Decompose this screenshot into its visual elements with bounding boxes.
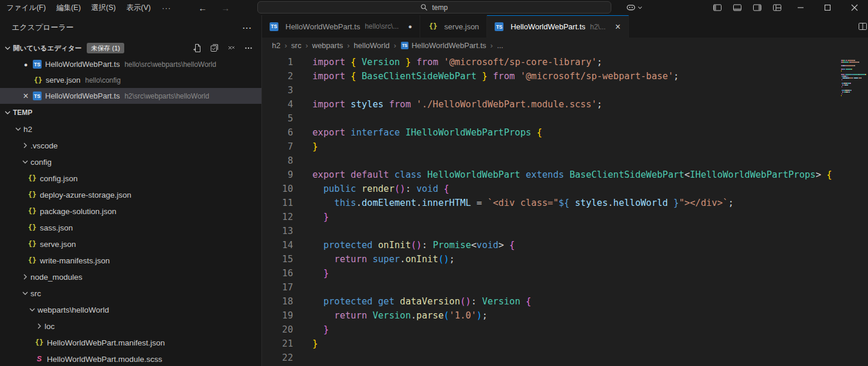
line-number[interactable]: 21	[262, 337, 293, 351]
line-number[interactable]: 2	[262, 69, 293, 83]
code-line[interactable]: 20 }	[262, 323, 839, 337]
line-number[interactable]: 8	[262, 154, 293, 168]
tree-folder-item[interactable]: .vscode	[0, 137, 261, 154]
line-number[interactable]: 20	[262, 323, 293, 337]
breadcrumb-item[interactable]: ...	[497, 41, 503, 50]
code-line[interactable]: 15 return super.onInit();	[262, 252, 839, 266]
breadcrumb-item[interactable]: TSHelloWorldWebPart.ts	[400, 41, 486, 50]
menu-view[interactable]: 表示(V)	[121, 3, 156, 13]
tree-folder-item[interactable]: loc	[0, 318, 261, 334]
menu-edit[interactable]: 編集(E)	[51, 3, 86, 13]
line-number[interactable]: 15	[262, 252, 293, 266]
line-number[interactable]: 7	[262, 140, 293, 154]
command-center-search[interactable]: temp	[257, 1, 611, 13]
code-line[interactable]: 19 return Version.parse('1.0');	[262, 309, 839, 323]
code-line[interactable]: 21}	[262, 337, 839, 351]
line-number[interactable]: 1	[262, 55, 293, 69]
line-number[interactable]: 11	[262, 196, 293, 210]
tree-folder-item[interactable]: node_modules	[0, 269, 261, 285]
line-number[interactable]: 22	[262, 351, 293, 365]
toggle-panel-icon[interactable]	[727, 0, 747, 15]
line-number[interactable]: 14	[262, 238, 293, 252]
tree-folder-item[interactable]: webparts\helloWorld	[0, 301, 261, 318]
minimap[interactable]	[839, 53, 868, 366]
code-text: protected onInit(): Promise<void> {	[312, 238, 515, 252]
tree-folder-item[interactable]: config	[0, 154, 261, 170]
open-editor-item[interactable]: ×TSHelloWorldWebPart.tsh2\src\webparts\h…	[0, 88, 261, 104]
line-number[interactable]: 5	[262, 111, 293, 126]
open-editors-header[interactable]: 開いているエディター 未保存 (1)	[0, 40, 261, 56]
code-line[interactable]: 17	[262, 280, 839, 294]
open-editor-item[interactable]: {}serve.jsonhello\config	[0, 72, 261, 88]
close-icon[interactable]: ×	[19, 92, 33, 101]
copilot-button[interactable]	[626, 2, 644, 12]
line-number[interactable]: 9	[262, 168, 293, 182]
code-line[interactable]: 3	[262, 83, 839, 97]
code-line[interactable]: 13	[262, 224, 839, 238]
save-all-icon[interactable]	[207, 42, 222, 55]
breadcrumb-item[interactable]: helloWorld	[354, 41, 390, 50]
tree-folder-item[interactable]: h2	[0, 121, 261, 137]
tree-file-item[interactable]: SHelloWorldWebPart.module.scss	[0, 351, 261, 366]
line-number[interactable]: 18	[262, 294, 293, 309]
code-line[interactable]: 1import { Version } from '@microsoft/sp-…	[262, 55, 839, 69]
code-line[interactable]: 9export default class HelloWorldWebPart …	[262, 168, 839, 182]
line-number[interactable]: 13	[262, 224, 293, 238]
tree-folder-item[interactable]: src	[0, 285, 261, 301]
menu-file[interactable]: ファイル(F)	[1, 3, 51, 13]
tree-file-item[interactable]: {}HelloWorldWebPart.manifest.json	[0, 334, 261, 351]
editor-tab[interactable]: TSHelloWorldWebPart.tsh2\...×	[487, 15, 628, 38]
code-line[interactable]: 10 public render(): void {	[262, 182, 839, 196]
line-number[interactable]: 12	[262, 210, 293, 224]
new-untitled-file-icon[interactable]	[190, 42, 205, 55]
more-actions-icon[interactable]	[241, 42, 256, 55]
minimize-button[interactable]	[787, 0, 814, 15]
line-number[interactable]: 3	[262, 83, 293, 97]
code-line[interactable]: 6export interface IHelloWorldWebPartProp…	[262, 126, 839, 140]
line-number[interactable]: 17	[262, 280, 293, 294]
editor-tab[interactable]: TSHelloWorldWebPart.tshello\src\...●	[262, 15, 420, 38]
breadcrumb-item[interactable]: src	[291, 41, 301, 50]
tree-file-item[interactable]: {}deploy-azure-storage.json	[0, 187, 261, 203]
workspace-root-header[interactable]: TEMP	[0, 104, 261, 121]
toggle-primary-sidebar-icon[interactable]	[707, 0, 727, 15]
code-line[interactable]: 7}	[262, 140, 839, 154]
breadcrumb-item[interactable]: h2	[272, 41, 280, 50]
close-all-editors-icon[interactable]	[224, 42, 239, 55]
code-line[interactable]: 4import styles from './HelloWorldWebPart…	[262, 97, 839, 111]
code-line[interactable]: 14 protected onInit(): Promise<void> {	[262, 238, 839, 252]
line-number[interactable]: 19	[262, 309, 293, 323]
code-line[interactable]: 22	[262, 351, 839, 365]
line-number[interactable]: 16	[262, 266, 293, 280]
close-window-button[interactable]	[841, 0, 868, 15]
maximize-button[interactable]	[814, 0, 841, 15]
code-line[interactable]: 18 protected get dataVersion(): Version …	[262, 294, 839, 309]
code-line[interactable]: 5	[262, 111, 839, 126]
code-line[interactable]: 12 }	[262, 210, 839, 224]
explorer-more-actions-icon[interactable]: ···	[243, 23, 252, 32]
code-line[interactable]: 11 this.domElement.innerHTML = `<div cla…	[262, 196, 839, 210]
line-number[interactable]: 10	[262, 182, 293, 196]
tree-file-item[interactable]: {}serve.json	[0, 236, 261, 252]
more-menus-button[interactable]: ···	[156, 4, 177, 12]
line-number[interactable]: 4	[262, 97, 293, 111]
tree-file-item[interactable]: {}sass.json	[0, 219, 261, 236]
forward-icon[interactable]: →	[221, 3, 230, 13]
tree-file-item[interactable]: {}write-manifests.json	[0, 252, 261, 269]
customize-layout-icon[interactable]	[767, 0, 787, 15]
line-number[interactable]: 6	[262, 126, 293, 140]
back-icon[interactable]: ←	[198, 3, 207, 13]
breadcrumb-item[interactable]: webparts	[312, 41, 343, 50]
editor-tab[interactable]: {}serve.json	[420, 15, 487, 38]
split-editor-icon[interactable]	[858, 22, 867, 31]
toggle-secondary-sidebar-icon[interactable]	[747, 0, 767, 15]
tree-file-item[interactable]: {}config.json	[0, 170, 261, 187]
open-editor-item[interactable]: ●TSHelloWorldWebPart.tshello\src\webpart…	[0, 56, 261, 72]
code-line[interactable]: 16 }	[262, 266, 839, 280]
tree-file-item[interactable]: {}package-solution.json	[0, 203, 261, 219]
menu-selection[interactable]: 選択(S)	[86, 3, 121, 13]
close-icon[interactable]: ×	[615, 22, 620, 32]
code-line[interactable]: 8	[262, 154, 839, 168]
code-line[interactable]: 2import { BaseClientSideWebPart } from '…	[262, 69, 839, 83]
code-editor[interactable]: 1import { Version } from '@microsoft/sp-…	[262, 53, 868, 366]
